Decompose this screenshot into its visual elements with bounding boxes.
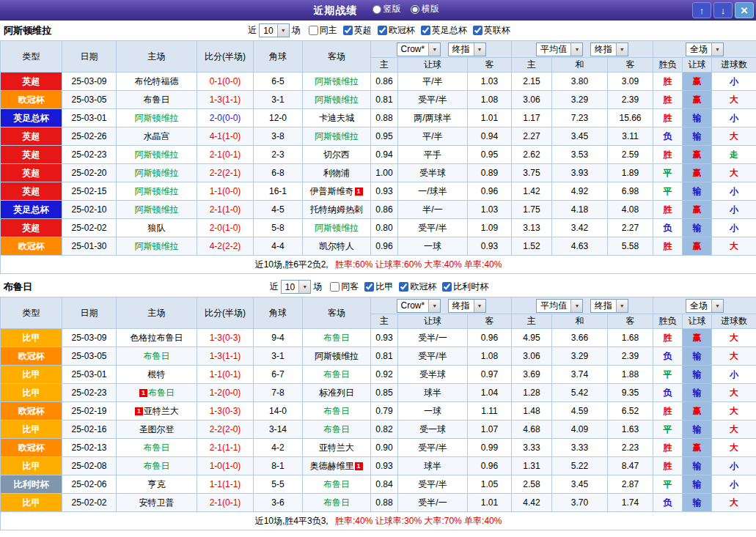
score: 2-0(1-0) [197,219,254,237]
horizontal-radio-label: 横版 [422,3,439,15]
scroll-down-button[interactable]: ↓ [713,2,733,18]
same-venue-checkbox[interactable] [309,26,318,35]
avg-home: 3.06 [512,347,552,366]
result-goals: 大 [712,347,756,366]
view-option-vertical[interactable]: 竖版 [373,3,401,15]
col-header-date: 日期 [62,41,117,73]
away-team: 托特纳姆热刺 [303,201,371,219]
result-handicap: 输 [683,384,712,402]
league-checkbox[interactable] [364,282,374,292]
col-header-home: 主场 [117,41,197,73]
league-filter-2[interactable]: 英足总杯 [421,24,467,37]
match-row: 英超25-02-26水晶宫4-1(1-0)3-8阿斯顿维拉0.95平/半0.94… [1,127,756,146]
odds-handicap: 球半 [398,384,468,402]
odds-handicap: 受半球 [398,164,468,182]
filter-bar: 近10▼场同主英超欧冠杯英足总杯英联杯 [246,23,510,37]
avg-away: 8.47 [608,457,653,475]
scroll-up-button[interactable]: ↑ [692,2,711,18]
result-wdl: 负 [653,384,683,402]
match-row: 欧冠杯25-02-191亚特兰大1-3(0-3)14-0布鲁日0.79一球1.1… [1,402,756,421]
league-label: 英联杯 [484,24,510,37]
league-type-badge: 比利时杯 [1,475,62,494]
result-goals: 小 [712,219,756,237]
odds-provider-select[interactable]: Crow*▼ [397,299,441,313]
odds-away: 1.01 [468,109,512,127]
odds-final-select[interactable]: 终指▼ [448,42,486,56]
same-venue-checkbox[interactable] [330,282,340,292]
score: 1-3(0-3) [197,329,254,347]
topbar-center: 近期战绩 竖版 横版 [313,3,443,18]
close-button[interactable]: ✕ [735,2,754,18]
result-handicap: 赢 [683,201,712,219]
match-row: 比甲25-02-16圣图尔登2-2(2-0)3-14布鲁日0.82受一球1.07… [1,421,756,439]
avg-away: 9.35 [608,384,653,402]
horizontal-radio[interactable] [411,5,419,14]
result-handicap: 输 [683,127,712,146]
match-date: 25-03-09 [62,73,117,91]
result-goals: 大 [712,237,756,256]
league-checkbox[interactable] [343,26,353,35]
average-final-select[interactable]: 终指▼ [590,299,628,313]
avg-draw: 3.74 [552,366,608,384]
average-final-select[interactable]: 终指▼ [590,42,628,56]
odds-home: 1.00 [371,164,398,182]
league-filter-1[interactable]: 欧冠杯 [399,281,436,293]
avg-home: 3.75 [512,164,552,182]
avg-home: 3.69 [512,366,552,384]
match-row: 英超25-03-09布伦特福德0-1(0-0)6-5阿斯顿维拉0.86平/半1.… [1,73,756,91]
result-handicap: 输 [683,457,712,475]
home-team: 布鲁日 [117,439,197,457]
scope-group-header: 全场▼ [653,41,756,58]
odds-handicap: 受平/半 [398,219,468,237]
odds-final-select[interactable]: 终指▼ [448,299,486,313]
league-filter-3[interactable]: 英联杯 [473,24,510,37]
league-filter-0[interactable]: 比甲 [364,281,393,293]
away-team: 阿斯顿维拉 [303,91,371,109]
col-header-date: 日期 [62,297,117,329]
league-filter-1[interactable]: 欧冠杯 [378,24,415,37]
away-team: 伊普斯维奇1 [303,182,371,201]
avg-away: 6.98 [608,182,653,201]
league-checkbox[interactable] [473,26,482,35]
team-name-text: 布鲁日 [323,497,350,508]
team-name-text: 狼队 [148,223,166,233]
avg-home: 1.48 [512,402,552,421]
team-name: 阿斯顿维拉 [4,24,51,37]
scope-select[interactable]: 全场▼ [686,299,724,313]
league-checkbox[interactable] [399,282,408,292]
col-header-away: 客场 [303,297,371,329]
average-select[interactable]: 平均值▼ [536,299,583,313]
league-filter-0[interactable]: 英超 [343,24,372,37]
league-filter-2[interactable]: 比利时杯 [442,281,488,293]
team-name-text: 布鲁日 [323,333,350,343]
same-venue-label: 同客 [341,281,359,293]
league-checkbox[interactable] [378,26,387,35]
corners: 4-4 [254,237,303,256]
odds-handicap: 受半/一 [398,494,468,512]
same-venue-filter[interactable]: 同主 [309,24,337,37]
avg-draw: 5.42 [552,384,608,402]
odds-provider-select[interactable]: Crow*▼ [397,42,441,56]
recent-count-select[interactable]: 10▼ [259,23,289,37]
result-handicap: 赢 [683,329,712,347]
league-label: 比甲 [375,281,393,293]
league-checkbox[interactable] [442,282,452,292]
team-name-text: 切尔西 [323,149,350,160]
vertical-radio[interactable] [373,5,381,14]
score: 1-0(1-0) [197,457,254,475]
result-wdl: 胜 [653,237,683,256]
league-checkbox[interactable] [421,26,430,35]
average-select[interactable]: 平均值▼ [536,42,583,56]
avg-draw: 3.45 [552,127,608,146]
scope-select[interactable]: 全场▼ [686,42,724,56]
result-goals: 小 [712,201,756,219]
view-option-horizontal[interactable]: 横版 [411,3,439,15]
col-header-odds-handicap: 让球 [398,314,468,329]
score: 1-3(0-3) [197,402,254,421]
same-venue-filter[interactable]: 同客 [330,281,359,293]
chevron-down-icon: ▼ [474,300,485,312]
odds-home: 0.94 [371,146,398,164]
recent-count-select[interactable]: 10▼ [281,280,311,294]
avg-draw: 7.23 [552,109,608,127]
score: 1-2(0-0) [197,384,254,402]
